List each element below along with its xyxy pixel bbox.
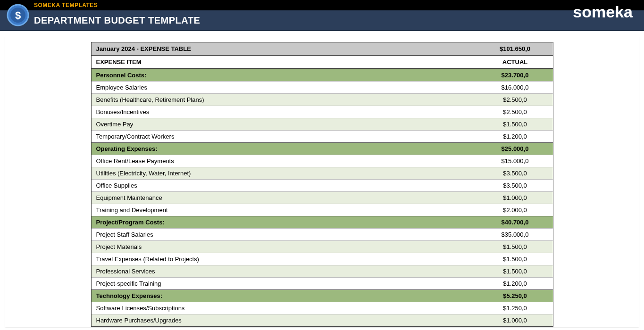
item-label: Hardware Purchases/Upgrades [92,314,477,326]
item-label: Employee Salaries [92,82,477,93]
item-label: Office Supplies [92,180,477,191]
item-value: $1.500,0 [477,118,553,130]
topbar-blue: DEPARTMENT BUDGET TEMPLATE [0,10,644,31]
item-label: Project-specific Training [92,278,477,289]
table-row: Bonuses/Incentives$2.500,0 [92,106,553,118]
item-value: $35.000,0 [477,229,553,240]
category-subtotal: $40.700,0 [477,216,553,228]
item-label: Benefits (Healthcare, Retirement Plans) [92,94,477,106]
dollar-coin-icon: $ [7,4,29,26]
item-value: $1.250,0 [477,302,553,314]
col-header-item: EXPENSE ITEM [92,56,477,68]
item-value: $1.500,0 [477,265,553,277]
item-label: Training and Development [92,204,477,216]
item-label: Travel Expenses (Related to Projects) [92,253,477,265]
table-row: Training and Development$2.000,0 [92,204,553,216]
table-row: Office Supplies$3.500,0 [92,179,553,191]
page-title: DEPARTMENT BUDGET TEMPLATE [34,15,200,26]
item-label: Professional Services [92,265,477,277]
item-value: $1.000,0 [477,192,553,204]
table-row: Benefits (Healthcare, Retirement Plans)$… [92,93,553,106]
item-label: Overtime Pay [92,118,477,130]
table-row: Hardware Purchases/Upgrades$1.000,0 [92,314,553,326]
table-column-header-row: EXPENSE ITEM ACTUAL [92,56,553,69]
item-value: $1.200,0 [477,278,553,289]
category-label: Project/Program Costs: [92,216,477,228]
table-row: Utilities (Electricity, Water, Internet)… [92,167,553,179]
brand-small-label: SOMEKA TEMPLATES [34,2,98,8]
item-value: $1.500,0 [477,253,553,265]
table-row: Professional Services$1.500,0 [92,265,553,277]
category-subtotal: $25.000,0 [477,143,553,155]
item-label: Project Materials [92,241,477,253]
category-subtotal: $5.250,0 [477,290,553,302]
item-label: Utilities (Electricity, Water, Internet) [92,167,477,179]
item-label: Temporary/Contract Workers [92,131,477,142]
item-value: $2.500,0 [477,106,553,118]
item-label: Project Staff Salaries [92,229,477,240]
category-label: Technology Expenses: [92,290,477,302]
table-row: Equipment Maintenance$1.000,0 [92,191,553,204]
item-value: $1.500,0 [477,241,553,253]
brand-logo: someka [573,3,633,21]
table-row: Travel Expenses (Related to Projects)$1.… [92,253,553,265]
col-header-actual: ACTUAL [477,56,553,68]
item-value: $2.500,0 [477,94,553,106]
item-label: Bonuses/Incentives [92,106,477,118]
svg-text:$: $ [15,9,21,21]
category-row: Project/Program Costs:$40.700,0 [92,216,553,228]
item-value: $1.000,0 [477,314,553,326]
item-value: $15.000,0 [477,155,553,167]
table-row: Employee Salaries$16.000,0 [92,81,553,93]
table-total: $101.650,0 [477,42,553,55]
category-subtotal: $23.700,0 [477,69,553,81]
table-row: Project Materials$1.500,0 [92,240,553,253]
category-label: Personnel Costs: [92,69,477,81]
table-row: Software Licenses/Subscriptions$1.250,0 [92,302,553,314]
table-row: Project Staff Salaries$35.000,0 [92,228,553,240]
category-row: Technology Expenses:$5.250,0 [92,289,553,302]
item-value: $1.200,0 [477,131,553,142]
item-value: $16.000,0 [477,82,553,93]
item-label: Office Rent/Lease Payments [92,155,477,167]
category-row: Personnel Costs:$23.700,0 [92,69,553,81]
table-title-row: January 2024 - EXPENSE TABLE $101.650,0 [92,42,553,56]
sheet-area: January 2024 - EXPENSE TABLE $101.650,0 … [5,37,639,328]
topbar-black: SOMEKA TEMPLATES [0,0,644,10]
expense-table: January 2024 - EXPENSE TABLE $101.650,0 … [91,42,553,327]
table-row: Overtime Pay$1.500,0 [92,118,553,130]
category-row: Operating Expenses:$25.000,0 [92,142,553,155]
item-value: $2.000,0 [477,204,553,216]
item-value: $3.500,0 [477,167,553,179]
item-value: $3.500,0 [477,180,553,191]
table-row: Office Rent/Lease Payments$15.000,0 [92,155,553,167]
table-row: Project-specific Training$1.200,0 [92,277,553,289]
table-title: January 2024 - EXPENSE TABLE [92,42,477,55]
table-row: Temporary/Contract Workers$1.200,0 [92,130,553,142]
item-label: Equipment Maintenance [92,192,477,204]
category-label: Operating Expenses: [92,143,477,155]
item-label: Software Licenses/Subscriptions [92,302,477,314]
